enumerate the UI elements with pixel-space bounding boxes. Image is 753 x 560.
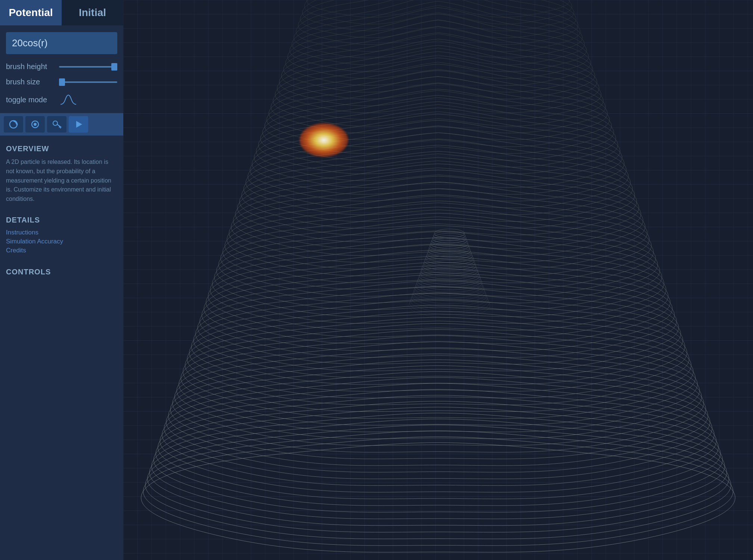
brush-size-row: brush size <box>6 78 117 86</box>
svg-point-3 <box>34 123 37 126</box>
overview-title: OVERVIEW <box>6 144 117 153</box>
tab-bar: Potential Initial <box>0 0 123 25</box>
toggle-mode-label: toggle mode <box>6 96 55 104</box>
glow-highlight <box>300 123 348 157</box>
brush-height-label: brush height <box>6 62 55 71</box>
toggle-mode-icon[interactable] <box>59 93 78 106</box>
formula-section <box>0 25 123 59</box>
toolbar-play-button[interactable] <box>69 116 88 133</box>
tab-potential[interactable]: Potential <box>0 0 62 25</box>
brush-height-row: brush height <box>6 62 117 71</box>
brush-size-thumb[interactable] <box>59 78 65 86</box>
details-title: DETAILS <box>6 216 117 224</box>
toggle-mode-row: toggle mode <box>6 93 117 106</box>
link-simulation-accuracy[interactable]: Simulation Accuracy <box>6 238 117 245</box>
brush-size-label: brush size <box>6 78 55 86</box>
formula-input[interactable] <box>6 32 117 54</box>
toolbar-circle-button[interactable] <box>25 116 45 133</box>
toolbar-reset-button[interactable] <box>4 116 23 133</box>
overview-text: A 2D particle is released. Its location … <box>6 158 117 204</box>
controls-title: CONTROLS <box>6 268 117 276</box>
controls-bottom-section: CONTROLS <box>0 260 123 285</box>
controls-section: brush height brush size toggle mode <box>0 59 123 110</box>
overview-section: OVERVIEW A 2D particle is released. Its … <box>0 136 123 208</box>
brush-height-thumb[interactable] <box>111 63 117 71</box>
toolbar <box>0 113 123 136</box>
link-credits[interactable]: Credits <box>6 247 117 254</box>
brush-height-slider[interactable] <box>59 66 117 68</box>
toolbar-key-button[interactable] <box>47 116 66 133</box>
tab-initial[interactable]: Initial <box>62 0 123 25</box>
link-instructions[interactable]: Instructions <box>6 229 117 236</box>
wave-visualization <box>123 0 753 560</box>
sidebar: Potential Initial brush height brush siz… <box>0 0 123 560</box>
details-section: DETAILS Instructions Simulation Accuracy… <box>0 208 123 260</box>
svg-point-4 <box>53 121 58 125</box>
svg-marker-8 <box>76 121 82 128</box>
canvas-area[interactable] <box>123 0 753 560</box>
brush-size-slider[interactable] <box>59 81 117 83</box>
